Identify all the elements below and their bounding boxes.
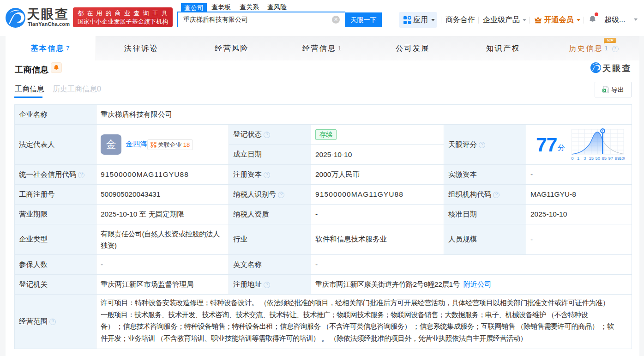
svg-text:3: 3 (584, 156, 586, 160)
svg-text:85: 85 (602, 156, 607, 160)
svg-text:50: 50 (596, 156, 601, 160)
svg-text:0: 0 (571, 156, 573, 160)
svg-text:企: 企 (154, 145, 156, 147)
svg-text:1: 1 (577, 156, 579, 160)
svg-text:97: 97 (608, 156, 614, 160)
svg-text:100: 100 (619, 156, 625, 160)
svg-text:15: 15 (589, 156, 594, 160)
